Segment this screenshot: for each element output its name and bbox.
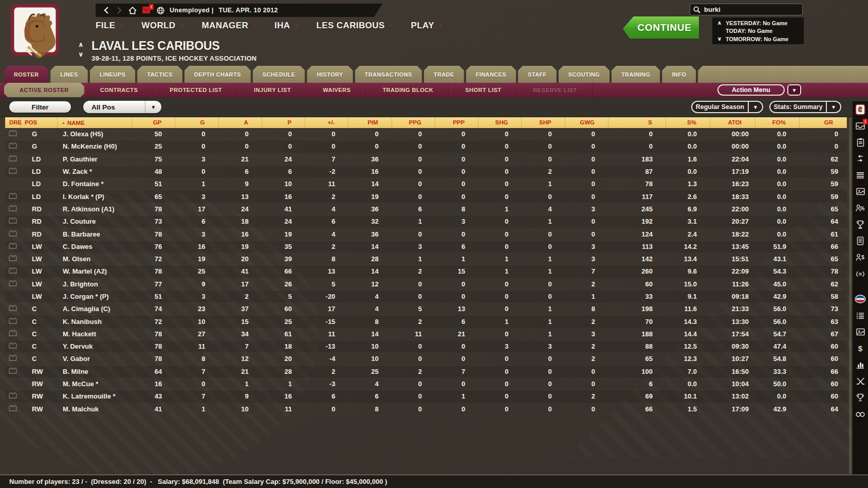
subtab-contracts[interactable]: CONTRACTS (84, 83, 154, 97)
tab-depth-charts[interactable]: DEPTH CHARTS (184, 66, 251, 83)
table-row[interactable]: LWJ. Brighton7791726512000026015.011:264… (5, 278, 847, 291)
menu-iha[interactable]: IHA▼ (274, 21, 299, 31)
season-filter-dropdown[interactable]: Regular Season ▼ (691, 101, 763, 113)
player-name-cell[interactable]: K. Nanibush (58, 318, 132, 326)
table-row[interactable]: LWJ. Corgan * (P)51325-20400001339.109:1… (5, 291, 847, 303)
table-row[interactable]: LWC. Dawes761619352143600311314.213:4551… (5, 241, 847, 253)
table-row[interactable]: RDJ. Couture7361824632130101923.120:270.… (5, 215, 847, 228)
clipboard-icon[interactable] (855, 137, 866, 148)
subtab-waivers[interactable]: WAIVERS (307, 83, 366, 97)
position-filter-dropdown[interactable]: All Pos ▼ (83, 101, 161, 113)
next-team-arrow-icon[interactable]: ∨ (78, 52, 84, 57)
menu-world[interactable]: WORLD▼ (141, 21, 184, 31)
player-name-cell[interactable]: C. Dawes (58, 243, 132, 250)
advance-arrows-icon[interactable] (855, 153, 866, 164)
column-header-s[interactable]: S (608, 117, 666, 128)
player-name-cell[interactable]: J. Olexa (H5) (58, 130, 132, 138)
trade-exchange-icon[interactable] (855, 268, 866, 279)
menu-les-caribous[interactable]: LES CARIBOUS▼ (316, 21, 393, 31)
subtab-injury-list[interactable]: INJURY LIST (238, 83, 307, 97)
tab-schedule[interactable]: SCHEDULE (253, 66, 305, 83)
player-name-cell[interactable]: N. McKenzie (H0) (58, 142, 132, 150)
crossed-sticks-icon[interactable] (855, 376, 866, 387)
media-photo-icon[interactable] (855, 186, 866, 197)
player-name-cell[interactable]: J. Corgan * (P) (58, 293, 132, 300)
inbox-icon[interactable]: ! (855, 120, 866, 131)
tab-training[interactable]: TRAINING (612, 66, 660, 83)
column-header-[interactable]: +/- (305, 117, 348, 128)
player-name-cell[interactable]: W. Martel (A2) (58, 267, 132, 275)
player-name-cell[interactable]: D. Fontaine * (58, 180, 132, 188)
tab-lineups[interactable]: LINEUPS (90, 66, 135, 83)
menu-file[interactable]: FILE▼ (96, 21, 124, 31)
tab-roster[interactable]: ROSTER (4, 66, 48, 83)
player-name-cell[interactable]: V. Gabor (58, 355, 132, 363)
schedule-down-arrow-icon[interactable]: ∨ (716, 35, 723, 42)
column-header-dre[interactable]: DRE (5, 117, 21, 128)
table-row[interactable]: LWW. Martel (A2)7825416613142151172609.6… (5, 265, 847, 278)
player-name-cell[interactable]: W. Zack * (58, 168, 132, 175)
table-row[interactable]: LWM. Olsen721920398281111314213.415:5143… (5, 253, 847, 265)
column-header-p[interactable]: P (262, 117, 305, 128)
player-name-cell[interactable]: M. Malchuk (58, 405, 132, 413)
schedule-up-arrow-icon[interactable]: ∧ (716, 20, 723, 26)
stats-view-dropdown[interactable]: Stats: Summary ▼ (769, 101, 841, 113)
league-photo-icon[interactable] (855, 327, 866, 337)
search-input[interactable] (704, 6, 799, 13)
column-header-s[interactable]: S% (666, 117, 710, 128)
column-header-pos[interactable]: POS (21, 117, 58, 128)
tab-finances[interactable]: FINANCES (466, 66, 516, 83)
player-name-cell[interactable]: M. Hackett (58, 330, 132, 338)
menu-manager[interactable]: MANAGER▼ (201, 21, 257, 31)
awards-trophy-icon[interactable] (855, 392, 866, 403)
league-logo-icon[interactable] (855, 294, 866, 304)
subtab-short-list[interactable]: SHORT LIST (449, 83, 517, 97)
table-row[interactable]: RDR. Atkinson (A1)78172441436681432456.9… (5, 203, 847, 215)
column-header-ppg[interactable]: PPG (392, 117, 435, 128)
trophy-icon[interactable] (855, 219, 866, 230)
subtab-protected-list[interactable]: PROTECTED LIST (154, 83, 238, 97)
table-row[interactable]: RWK. Latremouille *43791666010026910.113… (5, 390, 847, 403)
back-arrow-icon[interactable] (102, 6, 110, 14)
table-row[interactable]: GN. McKenzie (H0)25000000000000.000:000.… (5, 140, 847, 153)
table-row[interactable]: LDI. Korlak * (P)6531316219000001172.618… (5, 190, 847, 203)
tab-tactics[interactable]: TACTICS (137, 66, 182, 83)
column-header-shg[interactable]: SHG (478, 117, 522, 128)
player-name-cell[interactable]: R. Atkinson (A1) (58, 205, 132, 213)
column-header-name[interactable]: ▲NAME (58, 117, 132, 128)
table-row[interactable]: CK. Nanibush72101525-158261127014.313:30… (5, 315, 847, 328)
world-globe-icon[interactable] (156, 6, 164, 14)
player-name-cell[interactable]: I. Korlak * (P) (58, 193, 132, 201)
lines-list-icon[interactable] (855, 170, 866, 180)
staff-finances-icon[interactable]: % (855, 203, 866, 213)
subtab-trading-block[interactable]: TRADING BLOCK (366, 83, 449, 97)
table-row[interactable]: LDW. Zack *48066-21600020870.017:190.059 (5, 166, 847, 178)
player-name-cell[interactable]: Y. Dervuk (58, 342, 132, 350)
team-logo-icon[interactable]: C (855, 104, 866, 115)
prev-team-arrow-icon[interactable]: ∧ (78, 42, 84, 47)
column-header-gwg[interactable]: GWG (565, 117, 608, 128)
column-header-shp[interactable]: SHP (522, 117, 565, 128)
player-name-cell[interactable]: B. Barbaree (58, 230, 132, 238)
tab-lines[interactable]: LINES (50, 66, 87, 83)
filter-button[interactable]: Filter (9, 101, 71, 113)
stats-chart-icon[interactable] (855, 359, 866, 370)
menu-play[interactable]: PLAY▼ (411, 21, 443, 31)
league-list-icon[interactable] (855, 310, 866, 321)
table-scrollbar[interactable] (849, 117, 852, 474)
table-row[interactable]: RWB. Milne6472128225270001007.016:5033.3… (5, 366, 847, 378)
home-icon[interactable] (128, 6, 137, 14)
inbox-mail-icon[interactable]: ! (142, 6, 151, 14)
column-header-gr[interactable]: GR (800, 117, 847, 128)
finance-dollar-icon[interactable]: $ (855, 343, 866, 354)
player-name-cell[interactable]: B. Milne (58, 368, 132, 375)
table-row[interactable]: RDB. Barbaree7831619436000001242.418:220… (5, 228, 847, 240)
continue-button[interactable]: CONTINUE (623, 16, 699, 39)
scout-binoculars-icon[interactable] (855, 409, 866, 420)
tab-history[interactable]: HISTORY (307, 66, 353, 83)
table-row[interactable]: LDP. Gauthier7532124736000001831.622:040… (5, 153, 847, 166)
table-row[interactable]: CY. Dervuk7811718-1310003328812.509:3047… (5, 340, 847, 353)
column-header-ppp[interactable]: PPP (435, 117, 478, 128)
player-name-cell[interactable]: M. McCue * (58, 380, 132, 388)
action-menu-button[interactable]: Action Menu (717, 84, 785, 96)
